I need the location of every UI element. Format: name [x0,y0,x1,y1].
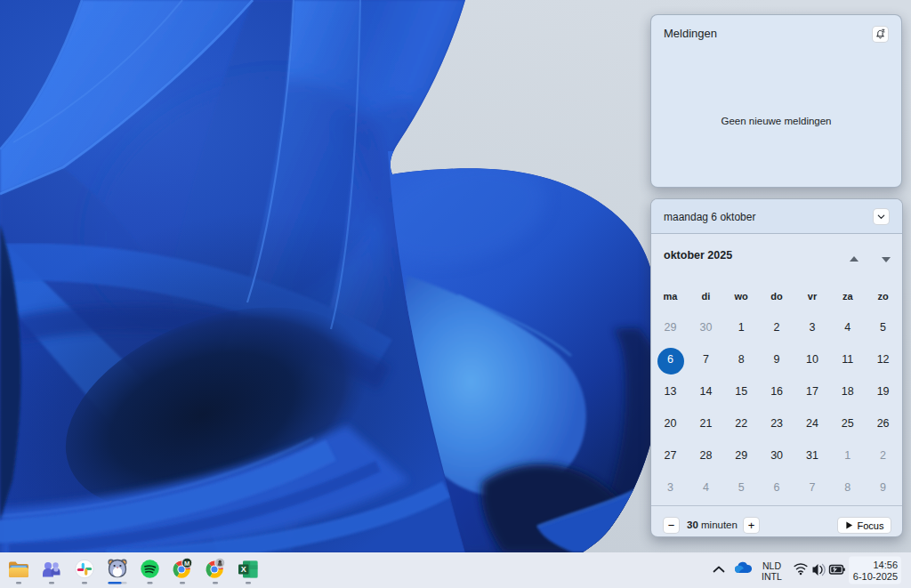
svg-text:M: M [184,560,189,568]
svg-text:X: X [241,565,246,574]
svg-text:INTL: INTL [762,571,782,582]
svg-text:NLD: NLD [762,560,781,571]
svg-text:14:56: 14:56 [873,560,898,570]
svg-text:6-10-2025: 6-10-2025 [853,571,898,582]
